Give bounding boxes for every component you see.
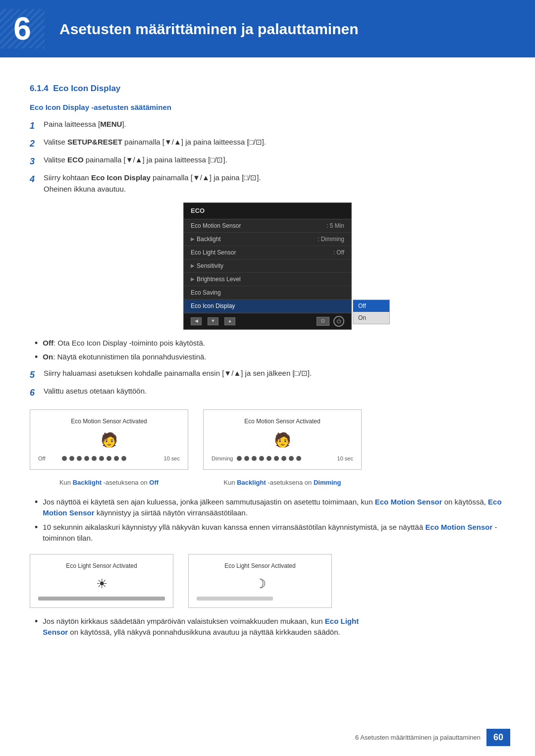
demo-bar-dimming: Dimming 10 sec xyxy=(212,454,353,463)
demo-panels-row: Eco Motion Sensor Activated 🧑 Off xyxy=(30,409,505,488)
demo-person-icon-off: 🧑 xyxy=(38,430,180,451)
arrow-icon-1: ▶ xyxy=(191,235,195,243)
bullet-off: • Off: Ota Eco Icon Display -toiminto po… xyxy=(30,338,505,349)
eco-menu-item-2: Eco Light Sensor : Off xyxy=(184,246,351,259)
power-btn[interactable]: ⏻ xyxy=(333,316,344,327)
info-bullets: • Jos näyttöä ei käytetä sen ajan kulues… xyxy=(30,497,505,544)
eco-menu: ECO Eco Motion Sensor : 5 Min ▶ Backligh… xyxy=(183,202,352,330)
demo-panel-dimming-wrapper: Eco Motion Sensor Activated 🧑 Dimming xyxy=(203,409,362,488)
demo-dots-dimming xyxy=(237,456,330,461)
nav-left-btn[interactable]: ◀ xyxy=(191,317,202,325)
dropdown-off: Off xyxy=(353,300,389,312)
eco-menu-item-0: Eco Motion Sensor : 5 Min xyxy=(184,219,351,233)
light-sensor-panel-sun: Eco Light Sensor Activated ☀ xyxy=(30,554,173,608)
chapter-number-box: 6 xyxy=(0,9,45,49)
arrow-icon-3: ▶ xyxy=(191,262,195,269)
step-4: 4 Siirry kohtaan Eco Icon Display painam… xyxy=(30,172,505,195)
enter-btn[interactable]: ⊡ xyxy=(317,317,329,326)
light-sensor-bullet-list: • Jos näytön kirkkaus säädetään ympäröiv… xyxy=(30,616,505,638)
eco-menu-item-1: ▶ Backlight : Dimming xyxy=(184,233,351,246)
demo-bar-off: Off 10 sec xyxy=(38,454,180,463)
eco-menu-wrapper: ECO Eco Motion Sensor : 5 Min ▶ Backligh… xyxy=(183,202,352,330)
off-on-bullets: • Off: Ota Eco Icon Display -toiminto po… xyxy=(30,338,505,363)
subsection-heading: Eco Icon Display -asetusten säätäminen xyxy=(30,102,505,113)
demo-dots-off xyxy=(62,456,157,461)
light-sensor-title-moon: Eco Light Sensor Activated xyxy=(197,561,323,570)
bullet-on: • On: Näytä ekotunnistimen tila ponnahdu… xyxy=(30,352,505,363)
dropdown-on: On xyxy=(353,312,389,324)
demo-panel-dimming: Eco Motion Sensor Activated 🧑 Dimming xyxy=(203,409,362,470)
light-sensor-bullet: • Jos näytön kirkkaus säädetään ympäröiv… xyxy=(30,616,505,638)
eco-menu-item-6: Eco Icon Display Off On xyxy=(184,300,351,313)
eco-menu-header: ECO xyxy=(184,203,351,219)
page-footer: 6 Asetusten määrittäminen ja palauttamin… xyxy=(355,729,510,746)
step-1: 1 Paina laitteessa [MENU]. xyxy=(30,119,505,133)
steps-list: 1 Paina laitteessa [MENU]. 2 Valitse SET… xyxy=(30,119,505,195)
arrow-icon-4: ▶ xyxy=(191,275,195,283)
chapter-number: 6 xyxy=(13,5,31,52)
light-sensor-panels-row: Eco Light Sensor Activated ☀ Eco Light S… xyxy=(30,554,505,608)
chapter-title: Asetusten määrittäminen ja palauttaminen xyxy=(45,18,359,40)
step-5: 5 Siirry haluamasi asetuksen kohdalle pa… xyxy=(30,368,505,382)
page-header: 6 Asetusten määrittäminen ja palauttamin… xyxy=(0,0,535,57)
eco-menu-item-4: ▶ Brightness Level xyxy=(184,273,351,286)
demo-panel-off-wrapper: Eco Motion Sensor Activated 🧑 Off xyxy=(30,409,188,488)
light-bar-moon xyxy=(197,597,273,601)
demo-panel-dimming-title: Eco Motion Sensor Activated xyxy=(212,417,353,426)
step-3: 3 Valitse ECO painamalla [▼/▲] ja paina … xyxy=(30,154,505,168)
demo-person-icon-dimming: 🧑 xyxy=(212,430,353,451)
nav-up-btn[interactable]: ▲ xyxy=(224,317,235,325)
demo-caption-dimming: Kun Backlight -asetuksena on Dimming xyxy=(223,478,341,488)
demo-panel-off-title: Eco Motion Sensor Activated xyxy=(38,417,180,426)
eco-dropdown: Off On xyxy=(353,300,390,324)
light-bar-sun xyxy=(38,597,165,601)
section-heading: 6.1.4 Eco Icon Display xyxy=(30,82,505,95)
eco-menu-screenshot: ECO Eco Motion Sensor : 5 Min ▶ Backligh… xyxy=(30,202,505,330)
moon-icon: ☽ xyxy=(197,574,323,594)
eco-menu-item-3: ▶ Sensitivity xyxy=(184,259,351,273)
content-area: 6.1.4 Eco Icon Display Eco Icon Display … xyxy=(0,72,535,663)
footer-text: 6 Asetusten määrittäminen ja palauttamin… xyxy=(355,733,481,743)
light-sensor-title-sun: Eco Light Sensor Activated xyxy=(38,561,165,570)
sun-icon: ☀ xyxy=(38,574,165,594)
light-sensor-panel-moon: Eco Light Sensor Activated ☽ xyxy=(188,554,332,608)
step-6: 6 Valittu asetus otetaan käyttöön. xyxy=(30,386,505,400)
steps-continued-list: 5 Siirry haluamasi asetuksen kohdalle pa… xyxy=(30,368,505,400)
step-2: 2 Valitse SETUP&RESET painamalla [▼/▲] j… xyxy=(30,137,505,151)
page-number: 60 xyxy=(486,729,510,746)
eco-menu-bottom-bar: ◀ ▼ ▲ ⊡ ⏻ xyxy=(184,313,351,329)
info-bullet-1: • Jos näyttöä ei käytetä sen ajan kulues… xyxy=(30,497,505,519)
nav-down-btn[interactable]: ▼ xyxy=(208,317,218,325)
demo-panel-off: Eco Motion Sensor Activated 🧑 Off xyxy=(30,409,188,470)
info-bullet-2: • 10 sekunnin aikalaskuri käynnistyy yll… xyxy=(30,522,505,544)
eco-menu-item-5: Eco Saving xyxy=(184,286,351,300)
demo-caption-off: Kun Backlight -asetuksena on Off xyxy=(59,478,159,488)
